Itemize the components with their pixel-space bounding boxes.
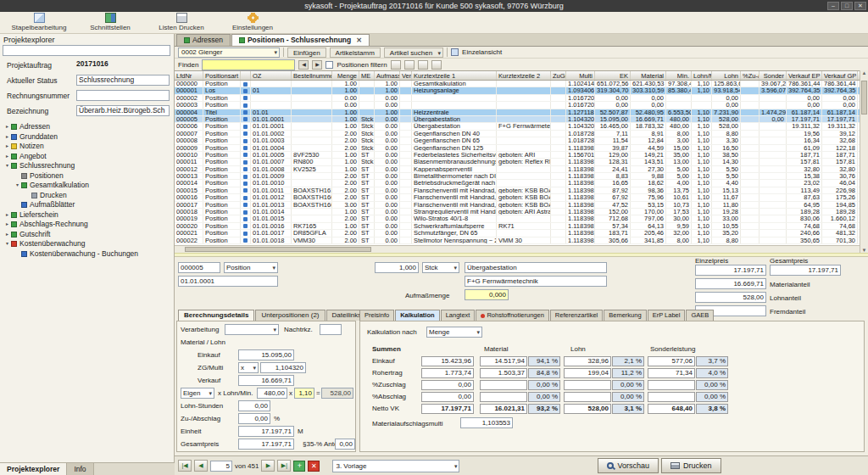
previous-record-icon[interactable]: ◀: [194, 460, 208, 472]
invoice-number-value[interactable]: [76, 90, 170, 101]
measured-quantity-field[interactable]: 0,000: [465, 289, 509, 300]
detail-lfdnr-field[interactable]: 000005: [178, 262, 220, 273]
tab-rohstoffnotierungen[interactable]: Rohstoffnotierungen: [476, 310, 548, 321]
tab-langtext[interactable]: Langtext: [441, 310, 476, 321]
last-record-icon[interactable]: ▶|: [277, 460, 291, 472]
column-header-icon[interactable]: [241, 71, 251, 80]
column-chooser-icon[interactable]: [404, 60, 415, 70]
tree-item-abschlags-rechnung[interactable]: ▸Abschlags-Rechnung: [0, 220, 173, 230]
print-button[interactable]: Drucken: [661, 458, 721, 473]
table-row[interactable]: 000003Position0.000.001.0167200,000,000,…: [175, 102, 860, 109]
expander-icon[interactable]: ▾: [3, 239, 11, 249]
column-header-ver[interactable]: Ver...: [400, 71, 412, 80]
column-header-lfdnr[interactable]: LfdNr: [175, 71, 203, 80]
column-header-menge[interactable]: Menge: [332, 71, 359, 80]
add-record-icon[interactable]: +: [293, 461, 305, 472]
batch-edit-button[interactable]: Stapelbearbeitung: [3, 12, 75, 33]
column-header-me[interactable]: ME: [359, 71, 375, 80]
column-header-multi[interactable]: Multi: [566, 71, 595, 80]
table-row[interactable]: 000005Position01.01.00011.00Stck0.00Über…: [175, 116, 860, 123]
column-header-verkauf-ep[interactable]: Verkauf EP: [787, 71, 822, 80]
tab-referenzartikel[interactable]: Referenzartikel: [550, 310, 603, 321]
tab-gaeb[interactable]: GAEB: [686, 310, 714, 321]
column-header-min[interactable]: Min.: [666, 71, 692, 80]
labor-mode-select[interactable]: Eigen: [181, 388, 214, 399]
purchase-field[interactable]: 15.095,00: [238, 349, 294, 360]
table-row[interactable]: 000017Position01.01.0013BOAXSTH16053.00S…: [175, 202, 860, 209]
column-header-kurztextzeile-1[interactable]: Kurztextzeile 1: [412, 71, 497, 80]
table-row[interactable]: 000015Position01.01.0011BOAXSTH16102.00S…: [175, 187, 860, 194]
column-header-material[interactable]: Material: [631, 71, 666, 80]
expander-icon[interactable]: ▸: [3, 142, 11, 152]
tab-unterpositionen[interactable]: Unterpositionen (2): [255, 310, 325, 321]
find-previous-icon[interactable]: ◀: [298, 60, 309, 70]
tab-berechnungsdetails[interactable]: Berechnungsdetails: [178, 310, 254, 321]
tree-item-gutschrift[interactable]: ▸Gutschrift: [0, 230, 173, 240]
zg-multi-op-select[interactable]: x: [238, 362, 259, 373]
column-header-positionsart[interactable]: Positionsart: [203, 71, 241, 80]
table-row[interactable]: 000014Position01.01.00102.00ST0.00Betrie…: [175, 180, 860, 187]
expander-icon[interactable]: ▸: [3, 210, 11, 221]
first-record-icon[interactable]: |◀: [178, 460, 192, 472]
expander-icon[interactable]: ▸: [3, 230, 11, 240]
tree-item-drucken[interactable]: Drucken: [0, 191, 173, 201]
table-row[interactable]: 000012Position01.01.0008KV25251.00ST0.00…: [175, 166, 860, 173]
labor-minutes-field[interactable]: 480,00: [257, 388, 287, 399]
column-header-ek[interactable]: EK: [595, 71, 631, 80]
tab-adressen[interactable]: Adressen: [176, 34, 231, 46]
article-master-button[interactable]: Artikelstamm: [330, 48, 381, 58]
surcharge-field[interactable]: 0,00: [238, 413, 270, 424]
table-row[interactable]: 000018Position01.01.00141.00ST0.00Strang…: [175, 209, 860, 215]
find-input[interactable]: [202, 59, 295, 70]
settings-button[interactable]: Einstellungen: [217, 12, 288, 33]
labor-rate-field[interactable]: 1,10: [294, 388, 314, 399]
close-tab-icon[interactable]: ✕: [356, 35, 362, 46]
detail-unit-select[interactable]: Stck: [422, 262, 459, 273]
column-header-lohn[interactable]: Lohn: [712, 71, 741, 80]
expander-icon[interactable]: ▾: [3, 161, 11, 171]
tab-preisinfo[interactable]: Preisinfo: [359, 310, 394, 321]
vertical-scrollbar[interactable]: ▲▼: [860, 70, 868, 253]
filter-positions-checkbox[interactable]: [326, 61, 333, 69]
column-header-aufmass[interactable]: Aufmass: [375, 71, 400, 80]
supplier-select[interactable]: 0002 Gienger: [178, 48, 280, 58]
zg-multi-field[interactable]: 1,104320: [260, 362, 306, 373]
table-row[interactable]: 000009Position01.01.00042.00Stck0.00Gege…: [175, 145, 860, 152]
table-row[interactable]: 000008Position01.01.00032.00Stck0.00Gege…: [175, 137, 860, 144]
supplement-code-field[interactable]: [320, 324, 342, 335]
expander-icon[interactable]: ▸: [3, 152, 11, 162]
minimize-button[interactable]: –: [827, 2, 839, 10]
tab-erp-label[interactable]: ErP Label: [648, 310, 686, 321]
column-header-sonder[interactable]: Sonder: [760, 71, 787, 80]
detail-oz-field[interactable]: 01.01.0001: [178, 276, 278, 287]
single-view-label[interactable]: Einzelansicht: [462, 48, 502, 56]
table-row[interactable]: 000019Position01.01.00152.00ST0.00Wilo-S…: [175, 215, 860, 222]
tree-item-kostenüberwachung[interactable]: ▾Kostenüberwachung: [0, 239, 173, 249]
table-row[interactable]: 000020Position01.01.0016RK71651.00ST0.00…: [175, 223, 860, 230]
maximize-button[interactable]: □: [841, 2, 853, 10]
print-lists-button[interactable]: Listen Drucken: [146, 12, 217, 33]
project-search-input[interactable]: [3, 45, 170, 56]
column-header-zugr[interactable]: ZuGr: [551, 71, 566, 80]
article-search-button[interactable]: Artikel suchen: [384, 48, 443, 58]
table-row[interactable]: 000010Position01.01.00058VF25301.00ST0.0…: [175, 152, 860, 159]
expander-icon[interactable]: ▾: [14, 181, 21, 191]
view-settings-icon[interactable]: [391, 60, 401, 70]
expand-all-icon[interactable]: [418, 60, 428, 70]
column-header-oz[interactable]: OZ: [251, 71, 292, 80]
calc-by-select[interactable]: Menge: [426, 327, 482, 338]
preview-button[interactable]: Vorschau: [598, 458, 659, 473]
horizontal-scrollbar[interactable]: [175, 245, 860, 253]
tab-kalkulation[interactable]: Kalkulation: [395, 310, 439, 321]
delete-record-icon[interactable]: ✕: [308, 461, 320, 472]
labor-hours-field[interactable]: 0,00: [238, 400, 270, 411]
tab-projektexplorer[interactable]: Projektexplorer: [0, 463, 67, 475]
interfaces-button[interactable]: Schnittstellen: [75, 12, 146, 33]
p35-field[interactable]: 0,00: [335, 439, 355, 450]
expander-icon[interactable]: ▸: [3, 132, 11, 142]
column-header-kurztextzeile-2[interactable]: Kurztextzeile 2: [497, 71, 551, 80]
sale-field[interactable]: 16.669,71: [238, 375, 294, 386]
designation-value[interactable]: Überarb.Heiz.Bürogeb.Sch: [76, 105, 170, 116]
tree-item-gesamtkalkulation[interactable]: ▾Gesamtkalkulation: [0, 181, 173, 191]
scrollbar-thumb[interactable]: [861, 81, 867, 115]
